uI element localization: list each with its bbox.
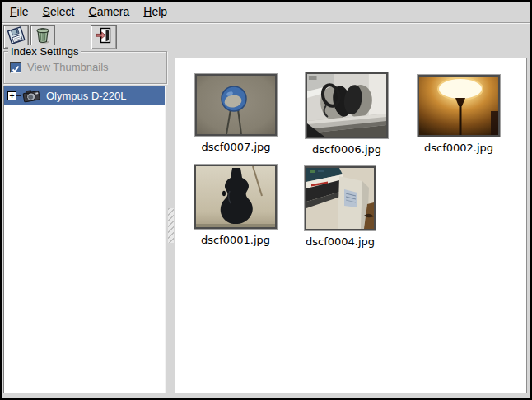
photo-headphones xyxy=(306,72,388,138)
exit-door-icon xyxy=(94,26,114,49)
thumbnail-dscf0007[interactable]: dscf0007.jpg xyxy=(195,74,277,136)
photo-blue-component xyxy=(195,74,277,136)
thumbnail-browser: dscf0007.jpg xyxy=(175,58,527,393)
app-window: File Select Camera Help xyxy=(0,0,532,400)
menu-bar: File Select Camera Help xyxy=(2,2,530,21)
checkbox-indicator[interactable] xyxy=(10,62,21,73)
menu-item-file[interactable]: File xyxy=(9,3,30,20)
thumbnail-filename: dscf0001.jpg xyxy=(201,234,270,246)
thumbnail-filename: dscf0004.jpg xyxy=(306,235,375,248)
thumbnail-filename: dscf0006.jpg xyxy=(312,143,381,156)
menu-item-select[interactable]: Select xyxy=(42,3,76,20)
tree-item-olympus[interactable]: + Olympus D-220L xyxy=(4,86,165,105)
exit-button[interactable] xyxy=(91,25,117,49)
menubar-separator xyxy=(2,22,530,24)
thumbnail-filename: dscf0007.jpg xyxy=(201,141,270,153)
splitter-grip[interactable] xyxy=(168,208,174,243)
expander-toggle[interactable]: + xyxy=(7,91,16,100)
camera-tree: + Olympus D-220L xyxy=(3,86,166,393)
view-thumbnails-checkbox[interactable]: View Thumbnails xyxy=(10,61,109,73)
thumbnail-dscf0002[interactable]: dscf0002.jpg xyxy=(418,75,500,137)
index-settings-frame: Index Settings View Thumbnails xyxy=(3,51,167,84)
thumbnail-dscf0004[interactable]: dscf0004.jpg xyxy=(305,166,376,230)
pane-splitter[interactable] xyxy=(167,53,175,393)
photo-guitar-case xyxy=(194,165,277,229)
camera-icon xyxy=(21,88,42,103)
frame-title: Index Settings xyxy=(8,45,81,58)
thumbnail-dscf0001[interactable]: dscf0001.jpg xyxy=(194,165,277,229)
menu-item-camera[interactable]: Camera xyxy=(88,3,131,20)
thumbnail-filename: dscf0002.jpg xyxy=(424,142,493,154)
photo-printer-desk xyxy=(305,166,376,230)
tree-item-label: Olympus D-220L xyxy=(46,90,127,102)
photo-lamp xyxy=(418,75,500,137)
checkbox-label: View Thumbnails xyxy=(27,61,109,73)
thumbnail-dscf0006[interactable]: dscf0006.jpg xyxy=(306,72,388,138)
menu-item-help[interactable]: Help xyxy=(142,3,168,20)
